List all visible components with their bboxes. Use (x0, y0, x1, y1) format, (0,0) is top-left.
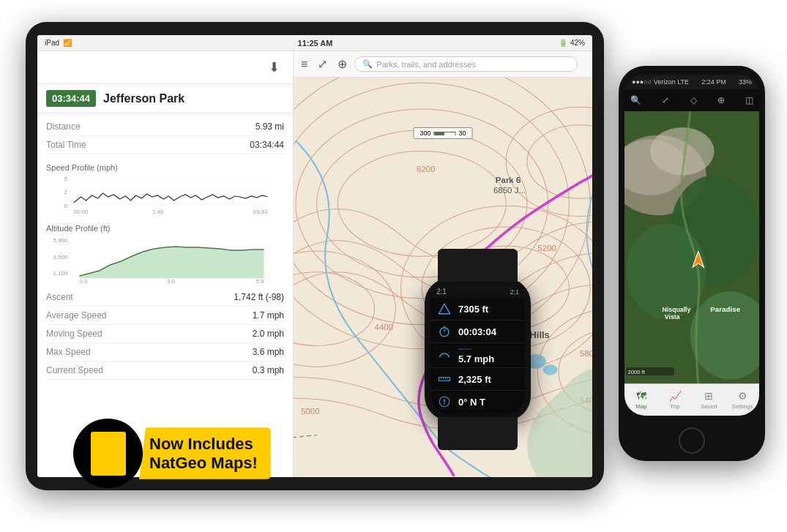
current-speed-row: Current Speed 0.3 mph (46, 361, 284, 380)
ipad-label: iPad (45, 39, 59, 47)
scale-bar: 300 30 (413, 127, 472, 139)
altitude-chart: 5,900 3,500 1,100 0.0 3.0 5.9 (46, 236, 284, 280)
watch-distance-value: 2,325 ft (458, 374, 519, 385)
svg-text:5.9: 5.9 (256, 278, 264, 283)
natgeo-text-box: Now Includes NatGeo Maps! (139, 427, 271, 479)
natgeo-badge: Now Includes NatGeo Maps! (73, 419, 271, 488)
current-speed-value: 0.3 mph (253, 365, 284, 375)
iphone-battery: 33% (739, 78, 752, 86)
svg-text:0: 0 (64, 203, 68, 209)
expand-icon[interactable]: ⤢ (318, 57, 327, 71)
svg-text:2: 2 (64, 189, 68, 195)
svg-text:Park 6: Park 6 (496, 176, 521, 184)
map-tab-icon: 🗺 (636, 390, 646, 402)
watch-speed-value: 5.7 mph (458, 353, 519, 364)
search-bar-container: 🔍 Parks, trails, and addresses (354, 56, 578, 72)
ascent-value: 1,742 ft (-98) (234, 292, 284, 302)
natgeo-rectangle (91, 432, 126, 476)
mountain-icon (436, 301, 452, 317)
settings-tab-icon: ⚙ (738, 390, 747, 402)
svg-text:5200: 5200 (537, 244, 556, 252)
search-bar[interactable]: 🔍 Parks, trails, and addresses (354, 56, 578, 72)
watch-screen: 2:1 2:1 7305 ft 00:03:04 (430, 284, 525, 415)
wifi-icon: 📶 (63, 39, 72, 47)
svg-text:00:00: 00:00 (74, 209, 89, 215)
svg-text:Nisqually: Nisqually (663, 306, 691, 313)
max-speed-row: Max Speed 3.6 mph (46, 343, 284, 361)
iphone-layers-icon[interactable]: ◫ (745, 95, 753, 105)
natgeo-line2: NatGeo Maps! (149, 454, 258, 472)
svg-marker-56 (444, 398, 446, 402)
svg-text:1,100: 1,100 (53, 270, 69, 277)
avg-speed-value: 1.7 mph (253, 310, 284, 321)
watch-subtitle: 2:1 (510, 288, 519, 296)
timer-icon (436, 323, 452, 340)
svg-text:5800: 5800 (580, 349, 592, 358)
watch-device: 2:1 2:1 7305 ft 00:03:04 (425, 278, 531, 421)
svg-text:03:33: 03:33 (253, 209, 268, 215)
tab-map[interactable]: 🗺 Map (624, 390, 658, 410)
iphone-home-button[interactable] (679, 427, 705, 454)
svg-marker-57 (444, 402, 446, 405)
ruler-icon (436, 371, 452, 387)
track-header: 03:34:44 Jefferson Park (37, 84, 293, 113)
svg-marker-12 (80, 247, 264, 278)
tab-trip[interactable]: 📈 Trip (658, 390, 692, 410)
iphone-expand-icon[interactable]: ⤢ (662, 95, 669, 105)
search-placeholder: Parks, trails, and addresses (376, 60, 476, 69)
svg-text:5000: 5000 (301, 407, 320, 416)
speed-chart-title: Speed Profile (mph) (46, 163, 284, 172)
watch-timer-value: 00:03:04 (458, 326, 519, 337)
moving-speed-value: 2.0 mph (253, 329, 284, 339)
stats-section: Distance 5.93 mi Total Time 03:34:44 (37, 113, 293, 159)
saved-tab-icon: ⊞ (704, 390, 713, 402)
iphone-screen: ●●●○○ Verizon LTE 2:24 PM 33% 🔍 ⤢ ◇ ⊕ ◫ (624, 75, 759, 416)
altitude-chart-section: Altitude Profile (ft) 5,900 3,500 1,100 (37, 220, 293, 284)
svg-text:4400: 4400 (375, 323, 394, 331)
iphone-map-bg: Nisqually Vista Paradise 2000 ft (624, 111, 759, 383)
tab-saved[interactable]: ⊞ Saved (692, 390, 726, 410)
ascent-row: Ascent 1,742 ft (-98) (46, 288, 284, 307)
tab-settings[interactable]: ⚙ Settings (726, 390, 759, 410)
svg-text:0.0: 0.0 (80, 278, 89, 283)
total-time-label: Total Time (46, 140, 86, 150)
map-tab-label: Map (635, 403, 647, 410)
time-badge: 03:34:44 (46, 90, 96, 107)
svg-text:5,900: 5,900 (53, 237, 69, 244)
battery-icon: 🔋 (559, 39, 567, 47)
iphone-map-area: Nisqually Vista Paradise 2000 ft (624, 111, 759, 383)
distance-row: Distance 5.93 mi (46, 118, 284, 136)
watch-speed-wavy: 〰〰 (458, 346, 519, 353)
saved-tab-label: Saved (701, 403, 717, 410)
watch-timer-metric: 00:03:04 (458, 326, 519, 337)
compass-icon (436, 394, 452, 410)
svg-text:2000 ft: 2000 ft (627, 369, 645, 375)
add-icon[interactable]: ⊕ (337, 57, 347, 71)
distance-label: Distance (46, 121, 81, 132)
watch-band-bottom (438, 417, 518, 450)
track-name: Jefferson Park (103, 92, 184, 105)
svg-text:6850 J...: 6850 J... (493, 186, 526, 195)
watch-altitude-value: 7305 ft (458, 304, 519, 315)
total-time-row: Total Time 03:34:44 (46, 136, 284, 154)
watch-distance-metric: 2,325 ft (458, 374, 519, 385)
iphone-waypoint-icon[interactable]: ◇ (690, 95, 697, 105)
svg-point-44 (543, 364, 558, 375)
layers-icon[interactable]: ≡ (301, 58, 307, 71)
svg-text:3,500: 3,500 (53, 254, 69, 261)
iphone-add-icon[interactable]: ⊕ (717, 95, 725, 105)
iphone-time: 2:24 PM (701, 78, 726, 86)
watch-distance-row: 2,325 ft (430, 368, 525, 391)
svg-text:Paradise: Paradise (710, 305, 741, 313)
distance-value: 5.93 mi (256, 121, 284, 132)
iphone-search-icon[interactable]: 🔍 (630, 95, 641, 105)
settings-tab-label: Settings (732, 403, 753, 410)
battery-percent: 42% (570, 39, 585, 47)
search-icon: 🔍 (362, 59, 373, 69)
watch-speed-metric: 〰〰 5.7 mph (458, 346, 519, 364)
trip-tab-icon: 📈 (669, 390, 682, 402)
status-left: iPad 📶 (45, 39, 72, 47)
iphone-toolbar: 🔍 ⤢ ◇ ⊕ ◫ (624, 89, 759, 111)
download-icon[interactable]: ⬇ (264, 57, 284, 78)
iphone-device: ●●●○○ Verizon LTE 2:24 PM 33% 🔍 ⤢ ◇ ⊕ ◫ (619, 66, 765, 461)
